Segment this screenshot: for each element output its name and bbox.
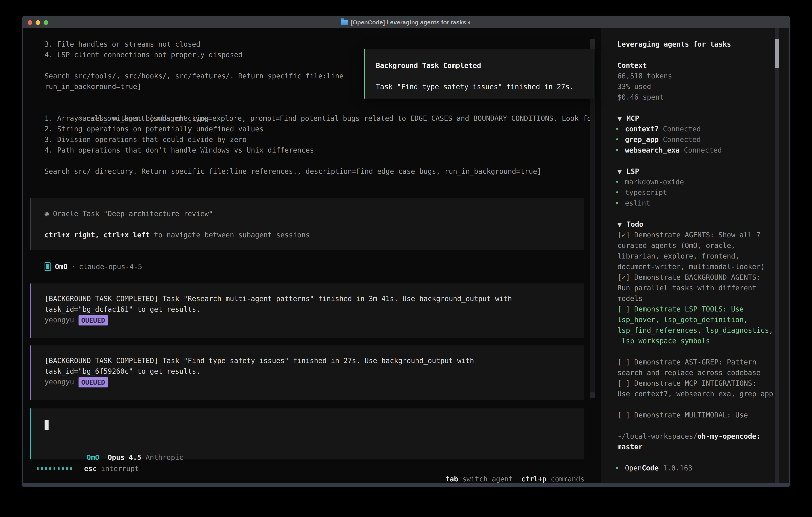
window-title-text: [OpenCode] Leveraging agents for tasks ◐ — [351, 19, 471, 26]
scrollback-line: Search src/tools/, src/hooks/, src/featu… — [45, 71, 344, 81]
lsp-item-typescript: •typescript — [617, 187, 789, 198]
workspace-path: ~/local-workspaces/oh-my-opencode: — [617, 431, 789, 442]
close-button[interactable] — [28, 20, 32, 25]
chevron-down-icon: ▼ — [617, 221, 622, 228]
zoom-button[interactable] — [44, 20, 48, 25]
todo-item-line: [ ] Demonstrate MULTIMODAL: Use — [617, 410, 789, 420]
minimize-button[interactable] — [35, 20, 40, 25]
lsp-section-header[interactable]: ▼LSP — [617, 166, 789, 177]
chat-pane[interactable]: 3. File handles or streams not closed 4.… — [23, 28, 601, 483]
oracle-task-title: ◉ Oracle Task "Deep architecture review" — [45, 209, 584, 219]
todo-item-line: [ ] Demonstrate AST-GREP: Pattern — [617, 357, 789, 368]
todo-item-line: models — [617, 293, 789, 304]
active-agent-label: OmO — [87, 454, 99, 461]
tab-key-hint: tab — [445, 475, 458, 483]
author-name: yeongyu — [45, 316, 74, 324]
message-background-task-1: [BACKGROUND TASK COMPLETED] Task "Resear… — [30, 283, 584, 338]
todo-section-header[interactable]: ▼Todo — [617, 219, 789, 230]
active-model-label: Opus 4.5 — [108, 454, 142, 461]
folder-icon — [341, 20, 348, 25]
agent-model: claude-opus-4-5 — [79, 263, 142, 271]
notification-title: Background Task Completed — [376, 60, 592, 71]
scrollback-line: 1. Array access without bounds checking — [45, 113, 314, 124]
session-title: Leveraging agents for tasks — [617, 39, 789, 50]
todo-item-line: [✓] Demonstrate AGENTS: Show all 7 — [617, 230, 789, 240]
prompt-input[interactable]: OmOOpus 4.5Anthropic — [30, 408, 584, 459]
terminal-window: [OpenCode] Leveraging agents for tasks ◐… — [22, 16, 790, 487]
message-background-task-2: [BACKGROUND TASK COMPLETED] Task "Find t… — [30, 346, 584, 400]
sidebar-scrollbar[interactable] — [775, 28, 779, 483]
todo-item-line: [ ] Demonstrate MCP INTEGRATIONS: — [617, 378, 789, 389]
status-badge: QUEUED — [79, 315, 108, 325]
message-line: task_id="bg_6f59260c" to get results. — [45, 366, 584, 377]
window-titlebar[interactable]: [OpenCode] Leveraging agents for tasks ◐ — [23, 17, 789, 28]
agent-header: OmO · claude-opus-4-5 — [45, 261, 142, 272]
scrollback-line: 2. String operations on potentially unde… — [45, 124, 314, 134]
status-dot-icon: • — [615, 198, 625, 209]
esc-key-label — [97, 465, 101, 472]
tab-key-label: switch agent — [458, 475, 513, 483]
text-cursor — [45, 420, 49, 430]
todo-item-line: lsp_hover, lsp_goto_definition, — [617, 315, 789, 325]
status-badge: QUEUED — [79, 377, 108, 387]
todo-item-line: Use context7, websearch_exa, grep_app — [617, 389, 789, 399]
message-meta: yeongyuQUEUED — [45, 377, 584, 387]
subagent-nav-hint: ctrl+x right, ctrl+x left to navigate be… — [45, 230, 584, 240]
scrollback-block-2: 1. Array access without bounds checking … — [45, 113, 314, 156]
status-dot-icon: • — [615, 145, 625, 156]
toast-notification[interactable]: Background Task Completed Task "Find typ… — [364, 49, 593, 99]
todo-item-line: Run parallel tasks with different — [617, 283, 789, 293]
status-bar: esc interrupt tab switch agent ctrl+p co… — [23, 463, 601, 474]
todo-item-line: lsp_find_references, lsp_diagnostics, — [617, 325, 789, 336]
traffic-lights — [28, 17, 48, 28]
scrollback-line: 3. File handles or streams not closed — [45, 39, 344, 50]
oracle-task-box: ◉ Oracle Task "Deep architecture review"… — [30, 198, 584, 250]
mcp-section-header[interactable]: ▼MCP — [617, 113, 789, 124]
status-dot-icon: • — [615, 463, 625, 473]
ctrlp-key-label: commands — [547, 475, 584, 483]
scrollback-line: 4. Path operations that don't handle Win… — [45, 145, 314, 156]
lsp-item-markdown-oxide: •markdown-oxide — [617, 177, 789, 187]
status-dot-icon: • — [615, 177, 625, 187]
chat-scrollbar-thumb[interactable] — [590, 39, 594, 49]
scrollback-line: run_in_background=true] — [45, 81, 344, 92]
todo-item-line: curated agents (OmO, oracle, — [617, 240, 789, 251]
context-tokens: 66,518 tokens — [617, 71, 789, 81]
context-spent: $0.46 spent — [617, 92, 789, 103]
todo-item-line: [ ] Demonstrate LSP TOOLS: Use — [617, 304, 789, 315]
terminal-content: 3. File handles or streams not closed 4.… — [23, 28, 789, 483]
todo-item-line: document-writer, multimodal-looker) — [617, 262, 789, 272]
status-dot-icon: • — [615, 187, 625, 198]
status-dot-icon: • — [615, 124, 625, 134]
version-line: •OpenCode 1.0.163 — [617, 463, 789, 473]
sidebar-scrollbar-thumb[interactable] — [775, 39, 779, 68]
scrollback-line: 4. LSP client connections not properly d… — [45, 50, 344, 60]
separator-dot: · — [71, 263, 75, 271]
context-heading: Context — [617, 60, 789, 71]
oracle-icon: ◉ — [45, 210, 49, 218]
mcp-item-grep-app: •grep_app Connected — [617, 134, 789, 145]
message-line: [BACKGROUND TASK COMPLETED] Task "Find t… — [45, 355, 584, 366]
session-sidebar[interactable]: Leveraging agents for tasks Context 66,5… — [601, 28, 789, 483]
window-title: [OpenCode] Leveraging agents for tasks ◐ — [23, 19, 789, 26]
status-dot-icon: • — [615, 134, 625, 145]
agent-icon — [45, 262, 51, 271]
scrollback-line: Search src/ directory. Return specific f… — [45, 166, 541, 177]
chat-scrollbar-cap — [590, 392, 594, 398]
chevron-down-icon: ▼ — [617, 168, 622, 175]
lsp-item-eslint: •eslint — [617, 198, 789, 209]
scrollback-line — [45, 60, 344, 71]
ctrlp-key-hint: ctrl+p — [521, 475, 547, 483]
agent-name: OmO — [55, 263, 67, 271]
author-name: yeongyu — [45, 378, 74, 386]
provider-label: Anthropic — [146, 454, 184, 461]
scrollback-block-1: 3. File handles or streams not closed 4.… — [45, 39, 344, 92]
chevron-down-icon: ▼ — [617, 115, 622, 122]
message-meta: yeongyuQUEUED — [45, 315, 584, 325]
workspace-branch: master — [617, 442, 789, 452]
esc-key-hint: esc — [84, 465, 97, 472]
todo-item-line: lsp_workspace_symbols — [617, 336, 789, 346]
tool-call-line: ⚙call_omo_agent [subagent_type=explore, … — [45, 103, 596, 113]
notification-body: Task "Find type safety issues" finished … — [376, 82, 592, 92]
model-info-line: OmOOpus 4.5Anthropic — [45, 442, 584, 452]
